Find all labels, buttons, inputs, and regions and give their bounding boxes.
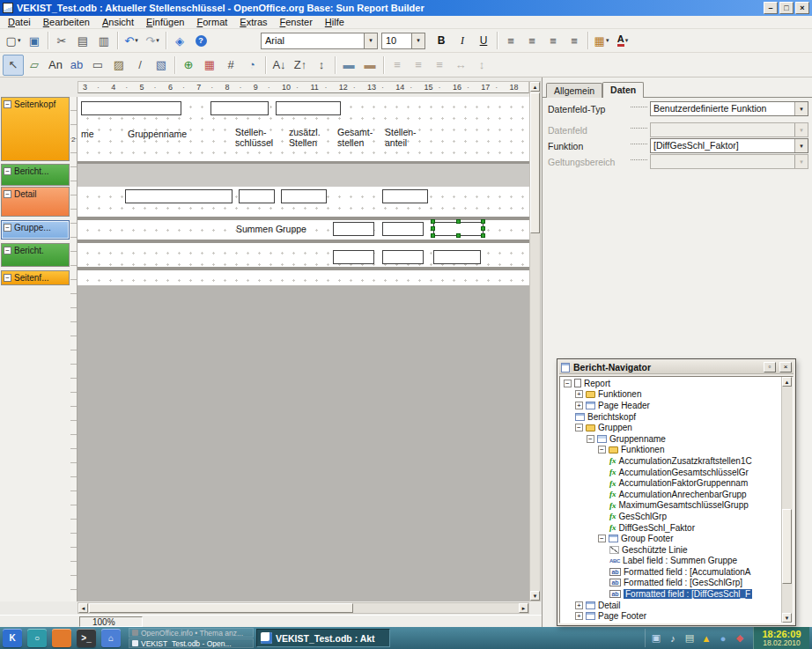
tree-item-group-footer[interactable]: −Group Footer xyxy=(561,533,780,544)
launcher-firefox[interactable] xyxy=(52,629,71,647)
undo-button[interactable]: ↶▾ xyxy=(121,30,142,51)
tree-item-maximumgesamtschlusselgrupp[interactable]: fxMaximumGesamtschlüsselGrupp xyxy=(561,500,780,512)
line-control-button[interactable]: / xyxy=(129,55,151,76)
label-field-button[interactable]: ab xyxy=(66,55,87,76)
group-header-button[interactable]: ▬ xyxy=(338,55,359,76)
expand-icon[interactable]: + xyxy=(575,601,583,609)
tree-item-detail[interactable]: +Detail xyxy=(561,600,780,611)
redo-button-dropdown[interactable]: ▾ xyxy=(156,37,159,44)
taskbar-clock[interactable]: 18:26:09 18.02.2010 xyxy=(753,627,809,649)
scrollbar-thumb[interactable] xyxy=(89,603,353,613)
minimize-button[interactable]: – xyxy=(764,2,778,14)
report-textbox[interactable] xyxy=(382,189,428,203)
horizontal-scrollbar[interactable]: ◄ ► xyxy=(78,602,529,614)
dropdown-arrow-icon[interactable]: ▾ xyxy=(364,33,377,48)
tab-allgemein[interactable]: Allgemein xyxy=(546,83,602,98)
copy-button[interactable]: ▤ xyxy=(72,30,93,51)
font-size-combobox[interactable]: 10 ▾ xyxy=(381,33,425,49)
tray-mail-icon[interactable]: ◆ xyxy=(733,631,747,645)
report-textbox[interactable] xyxy=(125,189,233,203)
select-tool[interactable]: ↖ xyxy=(3,55,24,76)
bold-button[interactable]: B xyxy=(431,30,452,51)
align-right-button[interactable]: ≡ xyxy=(543,30,564,51)
sort-descending-button[interactable]: Z↑ xyxy=(290,55,311,76)
taskbar-active-task[interactable]: VEKIST_Test.odb : Akt xyxy=(256,629,390,647)
column-label[interactable]: Stellen- schlüssel xyxy=(235,127,273,148)
font-color-button-dropdown[interactable]: ▾ xyxy=(625,37,629,44)
add-field-button[interactable]: ⊕ xyxy=(178,55,199,76)
section-header-detail[interactable]: −Detail xyxy=(1,187,70,217)
save-button[interactable]: ▣ xyxy=(24,30,45,51)
date-time-button[interactable]: ◔ xyxy=(241,55,262,76)
image-control-button[interactable]: ▨ xyxy=(108,55,129,76)
vertical-scrollbar[interactable]: ▲ ▼ xyxy=(529,81,541,601)
tree-item-funktionen[interactable]: −Funktionen xyxy=(561,445,780,456)
tree-item-gruppen[interactable]: −Gruppen xyxy=(561,422,780,433)
report-textbox[interactable] xyxy=(281,189,327,203)
menu-datei[interactable]: Datei xyxy=(2,17,37,27)
navigator-scrollbar[interactable]: ▲ ▼ xyxy=(781,377,793,623)
prop-combo-datenfeld-typ[interactable]: Benutzerdefinierte Funktion▾ xyxy=(650,101,808,116)
underline-button[interactable]: U xyxy=(473,30,494,51)
tray-warning-icon[interactable]: ▲ xyxy=(699,631,713,645)
menu-fenster[interactable]: Fenster xyxy=(274,17,319,27)
group-footer-button[interactable]: ▬ xyxy=(359,55,380,76)
font-color-button[interactable]: A▾ xyxy=(612,30,633,51)
launcher-terminal[interactable]: >_ xyxy=(77,629,96,647)
remove-sorting-button[interactable]: ↕ xyxy=(311,55,332,76)
tree-item-accumulationfaktorgruppennam[interactable]: fxAccumulationFaktorGruppennam xyxy=(561,477,780,489)
page-footer-band[interactable] xyxy=(78,270,529,285)
tray-volume-icon[interactable]: ♪ xyxy=(666,631,680,645)
selection-handle[interactable] xyxy=(431,233,435,238)
menu-einfugen[interactable]: Einfügen xyxy=(140,17,190,27)
new-report-button[interactable]: ▢▾ xyxy=(3,30,24,51)
font-name-combobox[interactable]: Arial ▾ xyxy=(261,33,378,49)
tree-item-accumulationgesamtschlusselgr[interactable]: fxAccumulationGesamtschlüsselGr xyxy=(561,467,780,478)
paste-button[interactable]: ▥ xyxy=(93,30,114,51)
background-color-button[interactable]: ▦▾ xyxy=(591,30,612,51)
selection-handle[interactable] xyxy=(481,233,485,238)
scroll-down-button[interactable]: ▼ xyxy=(782,613,792,623)
collapse-icon[interactable]: − xyxy=(598,446,606,454)
tray-clipboard-icon[interactable]: ▤ xyxy=(683,631,697,645)
character-dialog-button[interactable]: An xyxy=(45,55,66,76)
sort-ascending-button[interactable]: A↓ xyxy=(269,55,290,76)
selection-handle[interactable] xyxy=(456,219,461,224)
tray-quickstarter-icon[interactable]: ▣ xyxy=(649,631,663,645)
prop-combo-funktion[interactable]: [DiffGesSchl_Faktor]▾ xyxy=(650,138,808,153)
section-header-gruppe[interactable]: −Gruppe... xyxy=(1,220,70,240)
section-header-bericht[interactable]: −Bericht... xyxy=(1,164,70,186)
task-openoffice-info[interactable]: OpenOffice.info • Thema anz... xyxy=(129,628,254,638)
dropdown-arrow-icon[interactable]: ▾ xyxy=(411,33,424,48)
launcher-home-folder[interactable]: ⌂ xyxy=(101,629,121,647)
design-canvas[interactable]: me Gruppenname Stellen- schlüssel zusätz… xyxy=(78,97,529,601)
tree-item-accumulationanrechenbargrupp[interactable]: fxAccumulationAnrechenbarGrupp xyxy=(561,489,780,500)
chart-button[interactable]: ▧ xyxy=(151,55,172,76)
help-button[interactable]: ? xyxy=(190,30,211,51)
report-textbox[interactable] xyxy=(239,189,275,203)
collapse-icon[interactable]: − xyxy=(4,224,11,232)
selection-handle[interactable] xyxy=(481,219,485,224)
collapse-icon[interactable]: − xyxy=(4,167,11,175)
maximize-button[interactable]: □ xyxy=(779,2,794,14)
background-color-button-dropdown[interactable]: ▾ xyxy=(606,37,609,44)
launcher-start-menu[interactable]: K xyxy=(3,629,22,647)
menu-format[interactable]: Format xyxy=(190,17,233,27)
tree-item-gruppenname[interactable]: −Gruppenname xyxy=(561,433,780,445)
expand-icon[interactable]: + xyxy=(575,612,583,620)
collapse-icon[interactable]: − xyxy=(587,435,594,443)
menu-extras[interactable]: Extras xyxy=(233,17,273,27)
report-textbox[interactable] xyxy=(276,101,341,115)
scroll-down-button[interactable]: ▼ xyxy=(530,591,540,601)
scroll-up-button[interactable]: ▲ xyxy=(782,377,792,387)
redo-button[interactable]: ↷▾ xyxy=(142,30,163,51)
column-label[interactable]: Gruppenname xyxy=(128,129,187,139)
report-textbox[interactable] xyxy=(433,250,481,264)
scroll-up-button[interactable]: ▲ xyxy=(530,82,540,92)
italic-button[interactable]: I xyxy=(452,30,473,51)
tab-daten[interactable]: Daten xyxy=(602,82,644,98)
tree-item-page-header[interactable]: +Page Header xyxy=(561,400,780,411)
close-button[interactable]: × xyxy=(795,2,809,14)
task-vekist-writer[interactable]: VEKIST_Test.odb - Open... xyxy=(129,638,254,648)
tree-item-accumulationzusatzkraftstellen1c[interactable]: fxAccumulationZusatzkraftstellen1C xyxy=(561,455,780,467)
